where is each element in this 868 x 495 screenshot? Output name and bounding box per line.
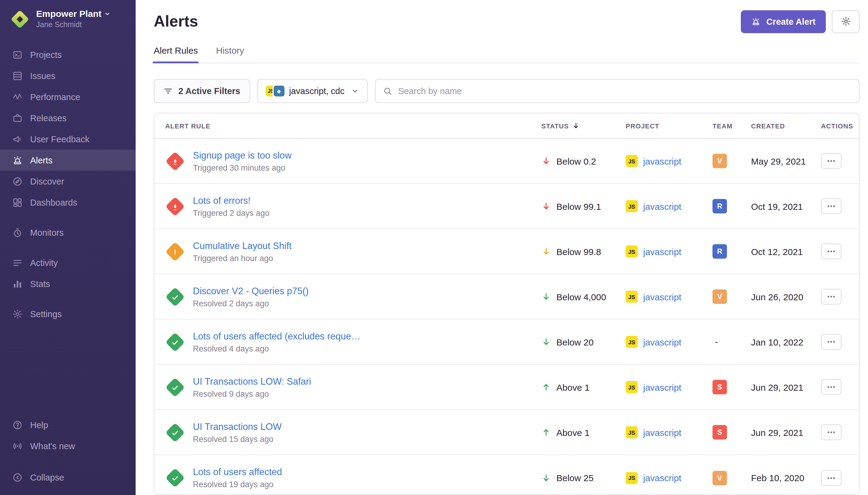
- broadcast-icon: [12, 441, 23, 451]
- main-content: Alerts Create Alert Alert Rules History …: [136, 0, 868, 495]
- sidebar-item-label: What's new: [30, 441, 75, 451]
- row-actions-button[interactable]: [821, 379, 841, 395]
- project-link[interactable]: javascript: [643, 473, 681, 483]
- gear-icon: [12, 308, 23, 319]
- row-actions-button[interactable]: [821, 153, 841, 169]
- created-date: Jan 10, 2022: [751, 337, 821, 347]
- chevron-down-icon: [104, 10, 111, 17]
- row-actions-button[interactable]: [821, 425, 841, 441]
- project-selector[interactable]: JS ◆ javascript, cdc: [257, 79, 367, 103]
- sidebar-item-user-feedback[interactable]: User Feedback: [0, 129, 136, 150]
- sidebar-item-monitors[interactable]: Monitors: [0, 222, 136, 243]
- alert-rule-link[interactable]: Discover V2 - Queries p75(): [193, 286, 309, 297]
- alert-rule-subtext: Resolved 15 days ago: [193, 435, 282, 444]
- ellipsis-icon: [827, 428, 836, 438]
- project-link[interactable]: javascript: [643, 201, 681, 211]
- column-header-created: Created: [751, 122, 821, 130]
- created-date: Feb 10, 2020: [751, 473, 821, 483]
- filter-bar: 2 Active Filters JS ◆ javascript, cdc: [154, 79, 860, 103]
- table-row: UI Transactions LOW: Safari Resolved 9 d…: [154, 365, 859, 410]
- sidebar-item-label: Issues: [30, 71, 55, 81]
- sidebar-item-projects[interactable]: Projects: [0, 44, 136, 65]
- alert-rule-link[interactable]: Lots of users affected: [193, 467, 282, 478]
- sidebar-item-releases[interactable]: Releases: [0, 107, 136, 129]
- page-header: Alerts Create Alert: [154, 10, 860, 33]
- create-alert-button[interactable]: Create Alert: [741, 10, 826, 33]
- row-actions-button[interactable]: [821, 244, 841, 259]
- created-date: Jun 29, 2021: [751, 427, 821, 438]
- sidebar-collapse-button[interactable]: Collapse: [0, 467, 136, 488]
- alert-rule-link[interactable]: Signup page is too slow: [193, 150, 292, 161]
- project-cell: JS javascript: [626, 155, 712, 167]
- sidebar-item-label: Releases: [30, 113, 67, 123]
- resolved-alert-icon: [165, 423, 185, 442]
- sidebar-item-performance[interactable]: Performance: [0, 86, 136, 107]
- sidebar-item-alerts[interactable]: Alerts: [0, 150, 136, 171]
- alert-rule-link[interactable]: Lots of users affected (excludes reque…: [193, 331, 361, 342]
- project-link[interactable]: javascript: [643, 246, 681, 257]
- row-actions-button[interactable]: [821, 470, 841, 486]
- projects-icon: [12, 49, 23, 60]
- row-actions-button[interactable]: [821, 199, 841, 214]
- arrow-down-icon: [541, 292, 551, 302]
- created-date: May 29, 2021: [751, 156, 821, 166]
- table-row: Lots of users affected Resolved 19 days …: [154, 456, 859, 495]
- alert-rules-table: Alert Rule Status Project Team Created A…: [154, 113, 860, 495]
- bar-chart-icon: [12, 278, 23, 289]
- alert-rule-subtext: Triggered 2 days ago: [193, 209, 270, 218]
- resolved-alert-icon: [165, 287, 185, 307]
- project-cell: JS javascript: [626, 472, 712, 484]
- megaphone-icon: [12, 134, 23, 144]
- sidebar-item-stats[interactable]: Stats: [0, 273, 136, 294]
- status-value: Below 99.8: [556, 246, 601, 257]
- table-row: Signup page is too slow Triggered 30 min…: [154, 139, 859, 184]
- sidebar-item-activity[interactable]: Activity: [0, 252, 136, 273]
- active-filters-button[interactable]: 2 Active Filters: [154, 79, 250, 103]
- row-actions-button[interactable]: [821, 334, 841, 350]
- project-cell: JS javascript: [626, 291, 712, 303]
- sidebar-item-settings[interactable]: Settings: [0, 303, 136, 324]
- warning-alert-icon: [165, 242, 185, 261]
- sidebar-item-dashboards[interactable]: Dashboards: [0, 192, 136, 213]
- project-link[interactable]: javascript: [643, 337, 681, 347]
- filter-icon: [163, 86, 173, 96]
- project-avatars: JS ◆: [265, 86, 284, 97]
- sidebar-item-help[interactable]: Help: [0, 414, 136, 435]
- alert-rule-link[interactable]: UI Transactions LOW: Safari: [193, 376, 311, 387]
- alert-rule-link[interactable]: Lots of errors!: [193, 195, 270, 206]
- project-link[interactable]: javascript: [643, 382, 681, 393]
- column-header-status[interactable]: Status: [541, 122, 626, 130]
- alert-rule-link[interactable]: UI Transactions LOW: [193, 422, 282, 432]
- row-actions-button[interactable]: [821, 289, 841, 305]
- tab-alert-rules[interactable]: Alert Rules: [154, 46, 198, 63]
- sidebar-item-issues[interactable]: Issues: [0, 65, 136, 86]
- resolved-alert-icon: [165, 332, 185, 352]
- org-switcher[interactable]: Empower Plant Jane Schmidt: [0, 8, 136, 30]
- org-logo-icon: [10, 9, 30, 29]
- project-link[interactable]: javascript: [643, 156, 681, 166]
- javascript-project-icon: JS: [626, 291, 638, 303]
- siren-icon: [751, 17, 761, 26]
- alert-rule-subtext: Triggered an hour ago: [193, 254, 292, 263]
- sidebar-item-whats-new[interactable]: What's new: [0, 435, 136, 456]
- project-link[interactable]: javascript: [643, 427, 681, 438]
- team-avatar: S: [712, 425, 727, 440]
- project-cell: JS javascript: [626, 336, 712, 348]
- created-date: Jun 29, 2021: [751, 382, 821, 393]
- search-input[interactable]: [375, 79, 860, 103]
- resolved-alert-icon: [165, 378, 185, 397]
- alert-rule-subtext: Resolved 19 days ago: [193, 480, 282, 489]
- sidebar-item-label: Settings: [30, 309, 62, 319]
- status-value: Above 1: [556, 382, 590, 393]
- compass-icon: [12, 176, 23, 187]
- sidebar-item-discover[interactable]: Discover: [0, 171, 136, 192]
- table-row: Lots of errors! Triggered 2 days ago Bel…: [154, 184, 859, 229]
- performance-icon: [12, 91, 23, 102]
- tab-history[interactable]: History: [216, 46, 244, 63]
- alert-rule-link[interactable]: Cumulative Layout Shift: [193, 241, 292, 252]
- alert-settings-button[interactable]: [832, 10, 860, 33]
- page-title: Alerts: [154, 12, 198, 31]
- table-header: Alert Rule Status Project Team Created A…: [154, 114, 859, 139]
- active-filters-label: 2 Active Filters: [178, 86, 240, 96]
- project-link[interactable]: javascript: [643, 292, 681, 302]
